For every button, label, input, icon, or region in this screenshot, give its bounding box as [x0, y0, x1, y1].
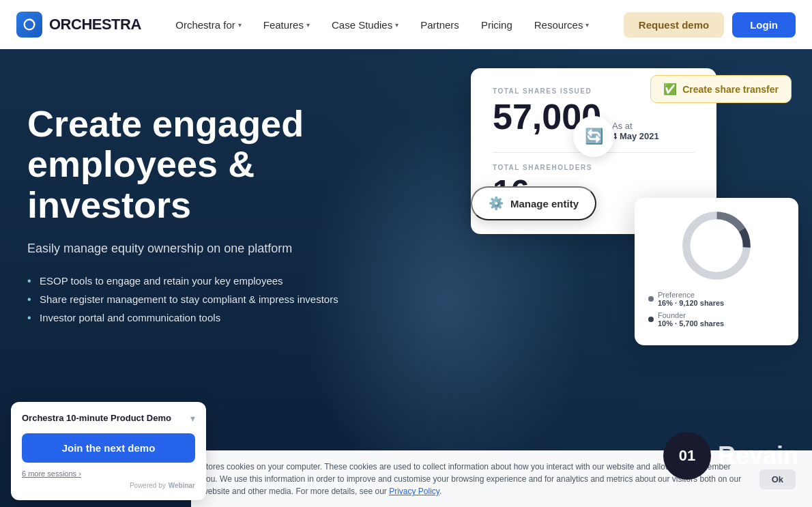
total-shareholders-label: TOTAL SHAREHOLDERS: [493, 164, 695, 171]
demo-widget-header: Orchestra 10-minute Product Demo ▾: [22, 413, 195, 424]
logo[interactable]: ORCHESTRA: [16, 12, 141, 38]
revain-circle-icon: 01: [663, 432, 711, 480]
pie-svg: [682, 212, 751, 280]
bullet-3: Investor portal and communication tools: [27, 312, 396, 323]
nav-actions: Request demo Login: [624, 12, 796, 38]
nav-links: Orchestra for ▾ Features ▾ Case Studies …: [166, 14, 598, 36]
hero-title: Create engaged employees & investors: [27, 104, 396, 225]
logo-text: ORCHESTRA: [49, 16, 141, 33]
hero-subtitle: Easily manage equity ownership on one pl…: [27, 242, 396, 256]
nav-item-pricing[interactable]: Pricing: [472, 14, 522, 36]
preference-dot: [648, 296, 654, 302]
legend-founder: Founder 10% · 5,700 shares: [648, 311, 785, 328]
powered-by: Powered by Webinar: [22, 482, 195, 489]
nav-item-partners[interactable]: Partners: [411, 14, 469, 36]
founder-dot: [648, 317, 654, 322]
logo-svg: [22, 17, 37, 32]
checkmark-icon: ✅: [663, 83, 677, 96]
pie-chart-card: Preference 16% · 9,120 shares Founder 10…: [635, 198, 798, 345]
revain-badge: 01 Revain: [663, 432, 798, 480]
close-icon[interactable]: ▾: [190, 413, 195, 424]
refresh-icon-circle: 🔄: [573, 116, 614, 157]
chevron-down-icon: ▾: [395, 21, 398, 29]
login-button[interactable]: Login: [732, 12, 796, 38]
demo-widget: Orchestra 10-minute Product Demo ▾ Join …: [11, 402, 206, 500]
pie-legend: Preference 16% · 9,120 shares Founder 10…: [648, 291, 785, 328]
demo-sessions-count: 6 more sessions ›: [22, 469, 195, 478]
hero-bullets: ESOP tools to engage and retain your key…: [27, 275, 396, 323]
demo-widget-title: Orchestra 10-minute Product Demo: [22, 413, 171, 423]
bullet-2: Share register management to stay compli…: [27, 293, 396, 305]
gear-icon: ⚙️: [489, 196, 504, 211]
bullet-1: ESOP tools to engage and retain your key…: [27, 275, 396, 287]
manage-entity-button[interactable]: ⚙️ Manage entity: [471, 186, 596, 220]
nav-item-resources[interactable]: Resources ▾: [525, 14, 599, 36]
navigation: ORCHESTRA Orchestra for ▾ Features ▾ Cas…: [0, 0, 812, 49]
hero-copy: Create engaged employees & investors Eas…: [27, 90, 396, 330]
join-demo-button[interactable]: Join the next demo: [22, 433, 195, 463]
dashboard-area: 🔄 ✅ Create share transfer TOTAL SHARES I…: [437, 61, 798, 234]
svg-point-4: [686, 216, 746, 276]
chevron-down-icon: ▾: [238, 21, 242, 29]
chevron-down-icon: ▾: [585, 21, 589, 29]
nav-item-features[interactable]: Features ▾: [254, 14, 319, 36]
shares-meta: As at 4 May 2021: [612, 121, 659, 141]
nav-item-orchestra-for[interactable]: Orchestra for ▾: [166, 14, 251, 36]
privacy-policy-link[interactable]: Privacy Policy: [389, 487, 439, 496]
request-demo-button[interactable]: Request demo: [624, 12, 724, 38]
nav-item-case-studies[interactable]: Case Studies ▾: [322, 14, 408, 36]
logo-icon: [16, 12, 42, 38]
legend-preference: Preference 16% · 9,120 shares: [648, 291, 785, 307]
chevron-down-icon: ▾: [306, 21, 310, 29]
pie-chart: [682, 212, 751, 280]
create-share-transfer-button[interactable]: ✅ Create share transfer: [650, 75, 792, 103]
